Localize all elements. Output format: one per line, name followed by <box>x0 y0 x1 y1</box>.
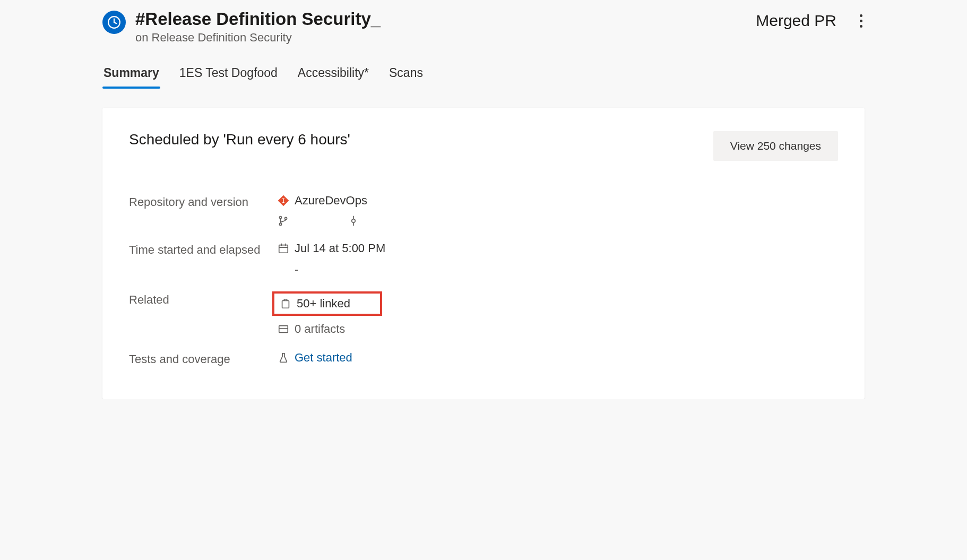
label-repo-version: Repository and version <box>129 194 267 211</box>
artifacts-link[interactable]: 0 artifacts <box>295 322 345 336</box>
value-time: Jul 14 at 5:00 PM - <box>278 242 607 277</box>
branch-icon <box>278 215 289 227</box>
label-time: Time started and elapsed <box>129 242 267 259</box>
linked-items-link[interactable]: 50+ linked <box>297 297 350 311</box>
svg-rect-7 <box>282 300 289 308</box>
artifact-icon <box>278 323 289 335</box>
view-changes-button[interactable]: View 250 changes <box>713 131 838 161</box>
tab-scans[interactable]: Scans <box>388 66 424 88</box>
tab-1es-test-dogfood[interactable]: 1ES Test Dogfood <box>178 66 279 88</box>
calendar-icon <box>278 243 289 254</box>
page-subtitle: on Release Definition Security <box>135 31 746 45</box>
svg-rect-8 <box>279 325 288 332</box>
time-started-text: Jul 14 at 5:00 PM <box>295 242 385 255</box>
card-header: Scheduled by 'Run every 6 hours' View 25… <box>129 131 838 161</box>
repo-link[interactable]: AzureDevOps <box>295 194 367 208</box>
value-related: 50+ linked 0 artifacts <box>278 291 607 336</box>
header-right: Merged PR <box>756 12 865 30</box>
scheduled-suffix: ' <box>348 131 350 148</box>
value-tests: Get started <box>278 351 607 365</box>
git-repo-icon <box>278 195 289 206</box>
svg-point-5 <box>352 219 355 222</box>
value-repo-version: AzureDevOps <box>278 194 607 227</box>
subtitle-prefix: on <box>135 31 152 44</box>
tests-get-started-link[interactable]: Get started <box>295 351 352 365</box>
scheduled-by-text: Scheduled by 'Run every 6 hours' <box>129 131 350 148</box>
workitem-icon <box>280 298 291 309</box>
clock-icon <box>102 11 126 34</box>
tab-accessibility[interactable]: Accessibility* <box>297 66 370 88</box>
commit-icon <box>348 215 359 227</box>
svg-point-3 <box>279 223 281 225</box>
more-actions-button[interactable] <box>858 12 865 30</box>
header-titles: #Release Definition Security_ on Release… <box>135 8 746 45</box>
svg-rect-6 <box>279 245 288 253</box>
label-related: Related <box>129 291 267 308</box>
details-grid: Repository and version AzureDevOps <box>129 194 607 368</box>
page-header: #Release Definition Security_ on Release… <box>102 5 865 54</box>
summary-card: Scheduled by 'Run every 6 hours' View 25… <box>102 108 865 400</box>
elapsed-text: - <box>295 263 298 277</box>
flask-icon <box>278 352 289 364</box>
label-tests: Tests and coverage <box>129 351 267 368</box>
status-text: Merged PR <box>756 12 836 30</box>
svg-point-4 <box>285 217 287 219</box>
related-highlight: 50+ linked <box>272 291 382 316</box>
subtitle-link[interactable]: Release Definition Security <box>152 31 292 44</box>
scheduled-prefix: Scheduled by ' <box>129 131 226 148</box>
svg-point-2 <box>279 216 281 218</box>
tab-summary[interactable]: Summary <box>102 66 160 88</box>
tab-bar: Summary 1ES Test Dogfood Accessibility* … <box>102 66 865 88</box>
page-title: #Release Definition Security_ <box>135 8 746 30</box>
scheduled-name: Run every 6 hours <box>226 131 348 148</box>
